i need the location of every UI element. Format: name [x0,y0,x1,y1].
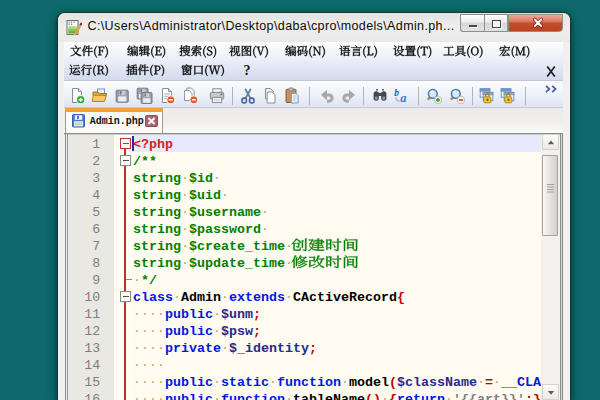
svg-text:a: a [400,91,406,105]
svg-text:b: b [394,88,399,98]
